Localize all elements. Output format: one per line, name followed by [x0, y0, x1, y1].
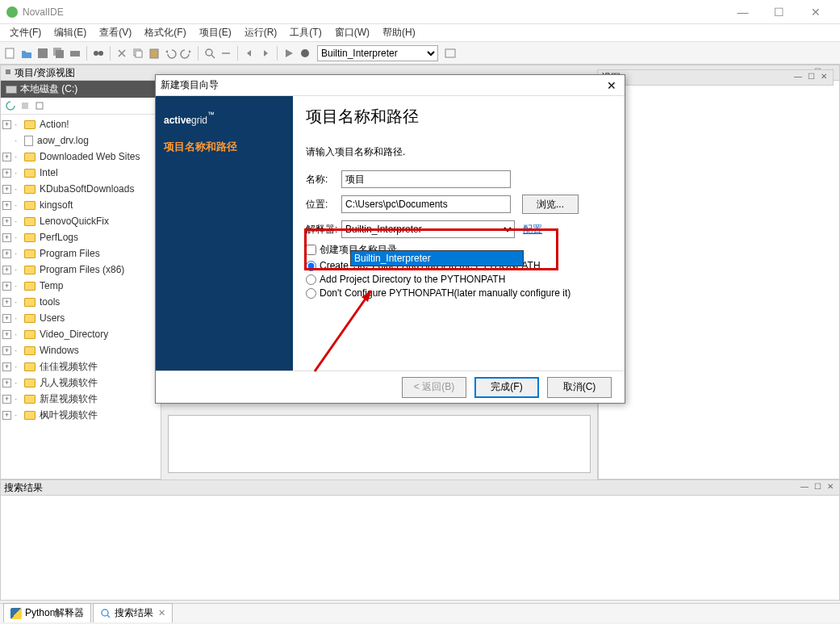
expand-icon[interactable]: + [2, 266, 11, 274]
goto-icon[interactable] [219, 46, 233, 61]
browse-button[interactable]: 浏览... [522, 195, 579, 214]
save-icon[interactable] [36, 46, 50, 61]
menu-view[interactable]: 查看(V) [93, 24, 138, 41]
expand-icon[interactable]: + [2, 395, 11, 404]
radio-dont-configure[interactable] [306, 288, 316, 299]
expand-icon[interactable]: + [2, 330, 11, 339]
print-icon[interactable] [68, 46, 82, 61]
tree-item[interactable]: +·kingsoft [2, 197, 159, 213]
new-file-icon[interactable] [3, 46, 18, 61]
menu-window[interactable]: 窗口(W) [328, 24, 376, 41]
filter-icon[interactable] [19, 99, 31, 112]
maximize-button[interactable]: ☐ [761, 0, 797, 24]
cancel-button[interactable]: 取消(C) [547, 377, 612, 398]
tree-item[interactable]: +·新星视频软件 [2, 391, 159, 407]
panel-maximize-icon[interactable]: ☐ [805, 72, 817, 83]
menu-edit[interactable]: 编辑(E) [48, 24, 93, 41]
create-dir-checkbox[interactable] [306, 245, 316, 255]
tab-search-results[interactable]: 搜索结果 ✕ [93, 603, 173, 622]
expand-icon[interactable]: + [2, 346, 11, 355]
interpreter-select[interactable]: Builtin_Interpreter [317, 45, 438, 61]
menu-tools[interactable]: 工具(T) [283, 24, 328, 41]
expand-icon[interactable]: + [2, 411, 11, 420]
expand-icon[interactable]: + [2, 362, 11, 371]
tree-item[interactable]: +·Downloaded Web Sites [2, 149, 159, 165]
redo-icon[interactable] [179, 46, 194, 61]
folder-icon [24, 169, 36, 178]
tree-item[interactable]: +·凡人视频软件 [2, 375, 159, 391]
nav-forward-icon[interactable] [258, 46, 273, 61]
panel-maximize-icon[interactable]: ☐ [812, 482, 823, 493]
expand-icon[interactable]: + [2, 379, 11, 387]
expand-icon[interactable]: + [2, 201, 11, 210]
tree-item[interactable]: +·Users [2, 310, 159, 326]
expand-icon[interactable]: + [2, 249, 11, 258]
menu-run[interactable]: 运行(R) [238, 24, 284, 41]
interpreter-select-dialog[interactable]: Builtin_Interpreter [341, 220, 515, 238]
menu-help[interactable]: 帮助(H) [376, 24, 422, 41]
folder-icon [24, 120, 36, 129]
disk-header[interactable]: 本地磁盘 (C:) [1, 81, 161, 98]
tree-item[interactable]: ·aow_drv.log [2, 132, 159, 149]
tree-item[interactable]: +·佳佳视频软件 [2, 358, 159, 375]
menu-file[interactable]: 文件(F) [3, 24, 48, 41]
menu-project[interactable]: 项目(E) [193, 24, 238, 41]
tree-item-label: 佳佳视频软件 [40, 360, 98, 374]
panel-close-icon[interactable]: ✕ [825, 482, 836, 493]
tree-item[interactable]: +·Program Files (x86) [2, 262, 159, 278]
panel-minimize-icon[interactable]: — [792, 72, 804, 83]
collapse-icon[interactable] [33, 99, 46, 112]
search-icon[interactable] [203, 46, 217, 61]
expand-icon[interactable]: + [2, 185, 11, 194]
radio-create-src[interactable] [306, 261, 316, 271]
interpreter-dropdown-list[interactable]: Builtin_Interpreter [350, 250, 524, 266]
tab-python-interpreter[interactable]: Python解释器 [3, 603, 91, 622]
cut-icon[interactable] [115, 46, 129, 61]
dialog-close-icon[interactable]: ✕ [604, 79, 620, 92]
expand-icon[interactable]: + [2, 153, 11, 161]
location-input[interactable] [341, 195, 511, 213]
nav-back-icon[interactable] [242, 46, 257, 61]
tree-item[interactable]: +·Windows [2, 342, 159, 358]
undo-icon[interactable] [163, 46, 178, 61]
refresh-icon[interactable] [4, 99, 17, 112]
tab-close-icon[interactable]: ✕ [158, 608, 165, 618]
open-icon[interactable] [19, 46, 34, 61]
menu-format[interactable]: 格式化(F) [138, 24, 192, 41]
expand-icon[interactable]: + [2, 120, 11, 129]
run-icon[interactable] [282, 46, 296, 61]
tree-item[interactable]: +·Program Files [2, 245, 159, 262]
configure-link[interactable]: 配置 [523, 223, 542, 237]
binoculars-icon[interactable] [91, 46, 106, 61]
finish-button[interactable]: 完成(F) [474, 377, 539, 398]
tree-item[interactable]: +·Temp [2, 278, 159, 294]
titlebar: NovalIDE — ☐ ✕ [0, 0, 840, 24]
expand-icon[interactable]: + [2, 217, 11, 226]
radio-add-project[interactable] [306, 274, 316, 285]
expand-icon[interactable]: + [2, 314, 11, 323]
tree-item[interactable]: +·KDubaSoftDownloads [2, 181, 159, 197]
expand-icon[interactable]: + [2, 233, 11, 242]
expand-icon[interactable]: + [2, 282, 11, 291]
tree-item[interactable]: +·Intel [2, 165, 159, 181]
tree-item[interactable]: +·Action! [2, 116, 159, 132]
expand-icon[interactable]: + [2, 169, 11, 178]
paste-icon[interactable] [147, 46, 161, 61]
panel-minimize-icon[interactable]: — [799, 482, 810, 493]
minimize-button[interactable]: — [725, 0, 761, 24]
tree-item[interactable]: +·PerfLogs [2, 229, 159, 245]
terminal-icon[interactable] [443, 46, 458, 61]
tree-item[interactable]: +·tools [2, 294, 159, 310]
copy-icon[interactable] [131, 46, 145, 61]
tree-item[interactable]: +·Video_Directory [2, 326, 159, 342]
debug-icon[interactable] [298, 46, 312, 61]
tree-item[interactable]: +·LenovoQuickFix [2, 213, 159, 229]
tree-item[interactable]: +·枫叶视频软件 [2, 407, 159, 423]
save-all-icon[interactable] [52, 46, 66, 61]
project-name-input[interactable] [341, 170, 511, 188]
panel-close-icon[interactable]: ✕ [818, 72, 830, 83]
expand-icon[interactable]: + [2, 298, 11, 307]
name-label: 名称: [306, 173, 341, 186]
close-button[interactable]: ✕ [797, 0, 834, 24]
dropdown-option[interactable]: Builtin_Interpreter [351, 251, 523, 266]
